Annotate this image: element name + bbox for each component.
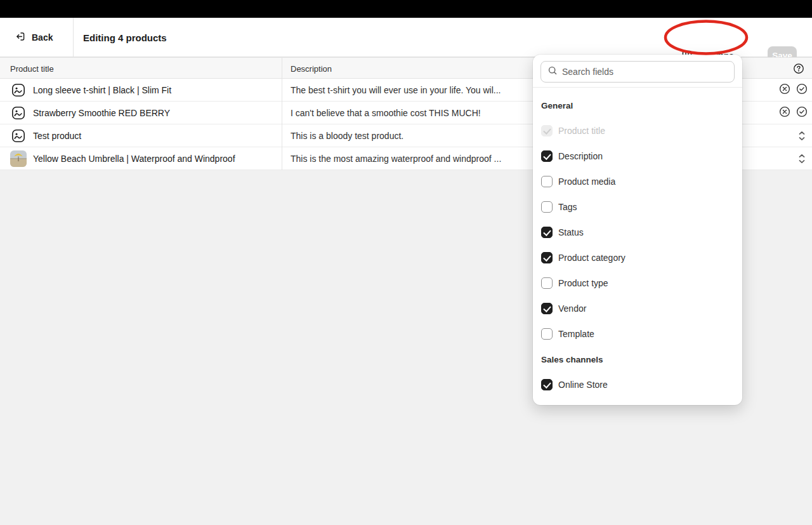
placeholder-image-icon (10, 82, 27, 98)
checkbox-label: Online Store (558, 380, 608, 390)
cancel-circle-icon[interactable] (779, 106, 790, 120)
product-title-cell[interactable]: Long sleeve t-shirt | Black | Slim Fit (10, 79, 171, 101)
checkbox-item-product-type[interactable]: Product type (533, 270, 742, 296)
checkbox-item-online-store[interactable]: Online Store (533, 372, 742, 397)
checkbox-item-tags[interactable]: Tags (533, 194, 742, 220)
checkbox-label: Description (558, 151, 603, 161)
product-description-cell[interactable]: This is the most amazing waterproof and … (291, 147, 501, 169)
product-title-text: Yellow Beach Umbrella | Waterproof and W… (33, 154, 235, 164)
back-button-label: Back (32, 32, 53, 43)
columns-dropdown-panel: General Product title Description Produc… (533, 55, 742, 405)
exit-back-icon (15, 31, 26, 44)
checkbox-label: Vendor (558, 303, 586, 314)
header-divider (73, 18, 74, 57)
checkbox-item-template[interactable]: Template (533, 321, 742, 347)
checkbox[interactable] (541, 176, 553, 187)
checkbox-label: Product category (558, 253, 625, 263)
editor-header: Back Editing 4 products Columns Save (0, 18, 812, 57)
placeholder-image-icon (10, 128, 27, 144)
checkbox[interactable] (541, 303, 553, 314)
product-title-cell[interactable]: Test product (10, 124, 81, 147)
product-title-text: Test product (33, 131, 81, 141)
product-description-cell[interactable]: This is a bloody test product. (291, 124, 403, 147)
product-title-text: Long sleeve t-shirt | Black | Slim Fit (33, 85, 171, 95)
checkbox-item-product-media[interactable]: Product media (533, 169, 742, 194)
checkbox-item-product-category[interactable]: Product category (533, 245, 742, 270)
search-icon (547, 65, 558, 78)
product-title-cell[interactable]: Yellow Beach Umbrella | Waterproof and W… (10, 147, 235, 169)
updown-chevron-icon[interactable] (797, 124, 806, 147)
checkbox-label: Product media (558, 176, 615, 187)
search-fields-input[interactable] (562, 67, 728, 77)
column-divider (282, 57, 282, 170)
checkbox-label: Tags (558, 202, 577, 212)
product-title-cell[interactable]: Strawberry Smoothie RED BERRY (10, 102, 170, 124)
checkbox (541, 125, 553, 136)
product-title-text: Strawberry Smoothie RED BERRY (33, 108, 170, 118)
checkbox-label: Status (558, 227, 584, 237)
checkbox[interactable] (541, 227, 553, 238)
checkbox[interactable] (541, 150, 553, 162)
column-header-product-title: Product title (10, 58, 54, 79)
updown-chevron-icon[interactable] (797, 147, 806, 169)
window-top-bar (0, 0, 812, 18)
checkbox-item-vendor[interactable]: Vendor (533, 296, 742, 321)
cancel-circle-icon[interactable] (779, 83, 790, 97)
product-description-cell[interactable]: I can't believe that a smoothie cost THI… (291, 102, 481, 124)
back-button[interactable]: Back (15, 18, 53, 57)
product-description-cell[interactable]: The best t-shirt you will ever use in yo… (291, 79, 501, 101)
checkbox[interactable] (541, 328, 553, 340)
checkbox-item-status[interactable]: Status (533, 220, 742, 245)
checkbox[interactable] (541, 379, 553, 390)
checkbox-item-description[interactable]: Description (533, 143, 742, 169)
checkbox[interactable] (541, 277, 553, 289)
checkbox-label: Product type (558, 278, 608, 288)
checkbox-label: Product title (558, 126, 605, 136)
page-title: Editing 4 products (83, 18, 167, 57)
column-header-description: Description (291, 58, 332, 79)
checkbox[interactable] (541, 201, 553, 213)
check-circle-icon[interactable] (796, 83, 808, 97)
section-label-sales-channels: Sales channels (533, 347, 742, 372)
checkbox-item-product-title: Product title (533, 118, 742, 143)
field-checkbox-list: General Product title Description Produc… (533, 88, 742, 397)
checkbox[interactable] (541, 252, 553, 263)
search-fields-box[interactable] (540, 61, 735, 83)
checkbox-label: Template (558, 329, 594, 339)
placeholder-image-icon (10, 105, 27, 121)
beach-photo-thumbnail (10, 150, 27, 167)
check-circle-icon[interactable] (796, 106, 808, 120)
help-icon[interactable] (793, 63, 804, 74)
section-label-general: General (533, 93, 742, 118)
